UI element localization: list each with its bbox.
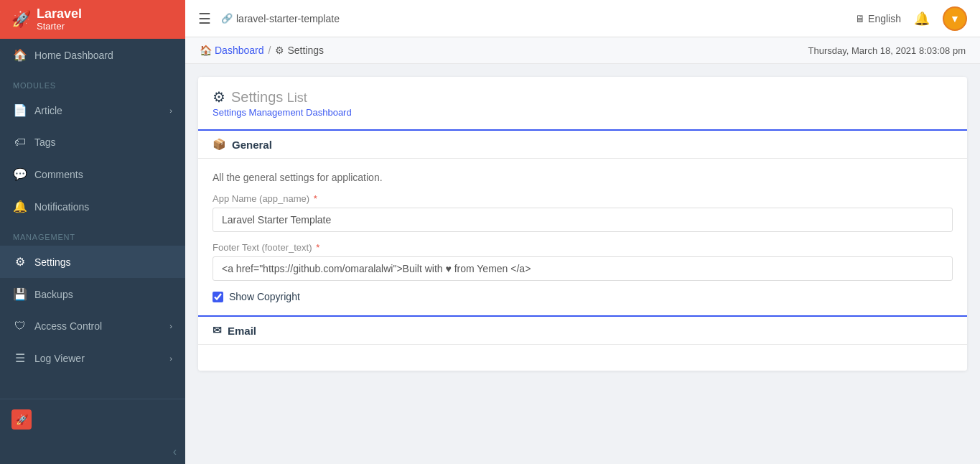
language-selector[interactable]: 🖥 English xyxy=(855,13,901,24)
topbar-link-text: laravel-starter-template xyxy=(236,13,340,24)
breadcrumb: 🏠 Dashboard / ⚙ Settings xyxy=(200,45,324,56)
settings-card: ⚙ Settings List Settings Management Dash… xyxy=(198,77,967,371)
language-label: English xyxy=(868,13,901,24)
comments-icon: 💬 xyxy=(13,167,27,181)
settings-subtitle: Settings Management Dashboard xyxy=(213,107,953,118)
sidebar-item-backups[interactable]: 💾 Backups xyxy=(0,278,185,310)
log-icon: ☰ xyxy=(13,351,27,365)
email-section-header: ✉ Email xyxy=(198,317,967,345)
sidebar-item-article[interactable]: 📄 Article › xyxy=(0,94,185,126)
article-icon: 📄 xyxy=(13,103,27,117)
modules-section-label: MODULES xyxy=(0,71,185,94)
brand-line1: Laravel xyxy=(37,6,82,21)
chevron-right-icon: › xyxy=(169,354,172,363)
sidebar-item-label: Tags xyxy=(34,136,56,148)
home-icon: 🏠 xyxy=(13,48,27,62)
bell-icon: 🔔 xyxy=(13,200,27,213)
sidebar-item-label: Settings xyxy=(34,256,71,268)
sidebar-item-label: Access Control xyxy=(34,320,102,332)
sidebar-item-label: Home Dashboard xyxy=(34,50,113,61)
shield-icon: 🛡 xyxy=(13,320,27,333)
general-title: General xyxy=(232,139,272,151)
notifications-bell-icon[interactable]: 🔔 xyxy=(914,11,930,27)
sidebar-item-label: Backups xyxy=(34,289,73,300)
sidebar-collapse-button[interactable]: ‹ xyxy=(0,440,185,464)
sidebar-item-notifications[interactable]: 🔔 Notifications xyxy=(0,190,185,223)
topbar-link[interactable]: 🔗 laravel-starter-template xyxy=(221,13,340,24)
required-marker-2: * xyxy=(316,242,319,253)
breadcrumb-separator: / xyxy=(269,45,271,56)
chevron-right-icon: › xyxy=(169,106,172,115)
user-avatar[interactable]: ▼ xyxy=(943,6,967,31)
sidebar-item-access-control[interactable]: 🛡 Access Control › xyxy=(0,310,185,342)
general-description: All the general settings for application… xyxy=(213,172,953,183)
email-section-body xyxy=(198,345,967,371)
general-section-body: All the general settings for application… xyxy=(198,159,967,315)
brand-line2: Starter xyxy=(37,22,82,32)
sidebar: 🚀 Laravel Starter 🏠 Home Dashboard MODUL… xyxy=(0,0,185,464)
show-copyright-label: Show Copyright xyxy=(229,291,300,302)
sidebar-item-label: Notifications xyxy=(34,201,89,213)
main-content: ☰ 🔗 laravel-starter-template 🖥 English 🔔… xyxy=(185,0,980,464)
settings-icon: ⚙ xyxy=(13,255,27,269)
footer-text-label: Footer Text (footer_text) * xyxy=(213,242,953,253)
sidebar-logo-bottom[interactable]: 🚀 xyxy=(0,404,185,435)
breadcrumb-current: ⚙ Settings xyxy=(275,45,324,56)
datetime-display: Thursday, March 18, 2021 8:03:08 pm xyxy=(808,45,966,56)
avatar-initials: ▼ xyxy=(950,13,960,24)
breadcrumb-bar: 🏠 Dashboard / ⚙ Settings Thursday, March… xyxy=(185,37,980,64)
app-name-label: App Name (app_name) * xyxy=(213,193,953,204)
general-section: 📦 General All the general settings for a… xyxy=(198,129,967,315)
tags-icon: 🏷 xyxy=(13,136,27,149)
general-icon: 📦 xyxy=(213,138,226,151)
topbar: ☰ 🔗 laravel-starter-template 🖥 English 🔔… xyxy=(185,0,980,37)
breadcrumb-current-label: Settings xyxy=(287,45,324,56)
sidebar-item-home[interactable]: 🏠 Home Dashboard xyxy=(0,39,185,71)
general-section-header: 📦 General xyxy=(198,131,967,159)
external-link-icon: 🔗 xyxy=(221,13,233,24)
sidebar-item-comments[interactable]: 💬 Comments xyxy=(0,158,185,190)
email-section: ✉ Email xyxy=(198,315,967,371)
app-name-input[interactable] xyxy=(213,208,953,232)
rocket-icon: 🚀 xyxy=(11,10,31,29)
chevron-right-icon: › xyxy=(169,322,172,330)
sidebar-item-tags[interactable]: 🏷 Tags xyxy=(0,126,185,158)
show-copyright-checkbox-row[interactable]: Show Copyright xyxy=(213,291,953,302)
footer-text-input[interactable] xyxy=(213,256,953,281)
page-content: ⚙ Settings List Settings Management Dash… xyxy=(185,64,980,464)
sidebar-item-log-viewer[interactable]: ☰ Log Viewer › xyxy=(0,342,185,374)
settings-card-header: ⚙ Settings List Settings Management Dash… xyxy=(198,77,967,129)
email-title: Email xyxy=(228,325,256,337)
sidebar-item-label: Comments xyxy=(34,169,83,180)
sidebar-item-label: Log Viewer xyxy=(34,353,85,364)
hamburger-icon[interactable]: ☰ xyxy=(198,10,211,27)
breadcrumb-dashboard-link[interactable]: 🏠 Dashboard xyxy=(200,45,264,56)
backups-icon: 💾 xyxy=(13,287,27,301)
sidebar-item-settings[interactable]: ⚙ Settings xyxy=(0,246,185,278)
page-title: Settings List xyxy=(231,89,307,106)
settings-breadcrumb-icon: ⚙ xyxy=(275,45,284,56)
email-icon: ✉ xyxy=(213,324,222,337)
breadcrumb-dashboard-label: Dashboard xyxy=(215,45,264,56)
dashboard-icon: 🏠 xyxy=(200,45,212,56)
bottom-logo-icon: 🚀 xyxy=(11,409,32,430)
language-icon: 🖥 xyxy=(855,13,865,24)
settings-gear-icon: ⚙ xyxy=(213,88,225,106)
sidebar-item-label: Article xyxy=(34,105,62,116)
sidebar-logo[interactable]: 🚀 Laravel Starter xyxy=(0,0,185,39)
management-section-label: MANAGEMENT xyxy=(0,223,185,246)
required-marker: * xyxy=(314,193,317,204)
show-copyright-checkbox[interactable] xyxy=(213,292,223,302)
